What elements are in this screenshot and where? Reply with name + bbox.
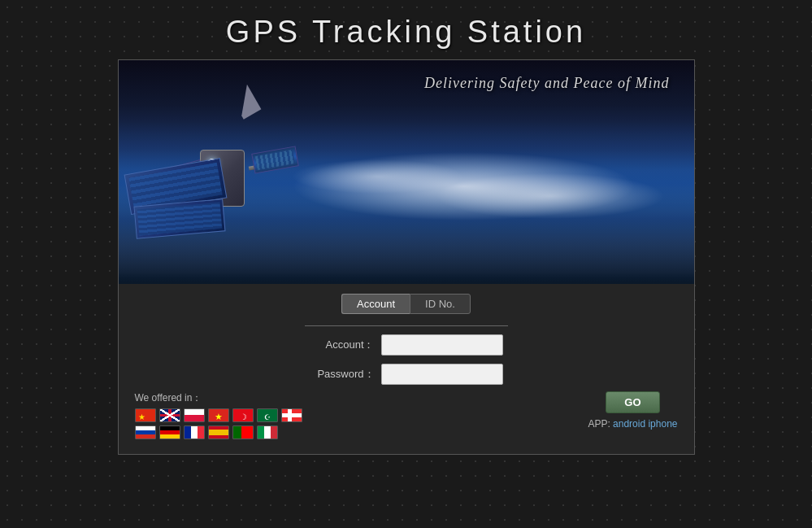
flag-pt[interactable]	[232, 425, 254, 439]
flag-vn[interactable]	[208, 408, 229, 422]
flag-de[interactable]	[159, 425, 180, 439]
account-input[interactable]	[381, 334, 503, 356]
flag-es[interactable]	[208, 425, 229, 439]
hero-section: Delivering Safety and Peace of Mind	[119, 60, 694, 284]
main-panel: Delivering Safety and Peace of Mind Acco…	[118, 59, 695, 455]
flag-ru[interactable]	[135, 425, 156, 439]
page-title: GPS Tracking Station	[226, 15, 586, 50]
tab-account[interactable]: Account	[341, 294, 410, 314]
flag-tr[interactable]	[232, 408, 254, 422]
flag-gb[interactable]	[159, 408, 180, 422]
right-section: GO APP: android iphone	[588, 391, 677, 430]
satellite-lower-panels	[127, 166, 241, 231]
form-area: Account： Password：	[135, 334, 678, 385]
app-prefix: APP:	[588, 418, 610, 430]
divider-line	[305, 325, 508, 326]
flag-it[interactable]	[257, 425, 278, 439]
android-link[interactable]: android	[613, 418, 645, 430]
flag-cn[interactable]	[135, 408, 156, 422]
login-section: Account ID No. Account： Password： We off…	[119, 284, 694, 454]
password-label: Password：	[310, 367, 375, 382]
tab-idno[interactable]: ID No.	[410, 294, 471, 314]
flags-row-1	[135, 408, 322, 439]
iphone-link[interactable]: iphone	[648, 418, 677, 430]
app-links: APP: android iphone	[588, 418, 677, 430]
tab-row: Account ID No.	[135, 294, 678, 314]
bottom-row: We offered in： GO APP: android iphone	[135, 385, 678, 439]
account-label: Account：	[310, 338, 375, 352]
flag-fr[interactable]	[184, 425, 205, 439]
satellite-dish	[211, 85, 261, 129]
password-input[interactable]	[381, 364, 503, 385]
language-section: We offered in：	[135, 391, 322, 439]
satellite-panel-right	[251, 146, 299, 173]
language-label: We offered in：	[135, 391, 322, 405]
flag-pl[interactable]	[184, 408, 205, 422]
password-row: Password：	[310, 364, 503, 385]
flag-sa[interactable]	[257, 408, 278, 422]
flag-no[interactable]	[281, 408, 302, 422]
go-button[interactable]: GO	[606, 391, 659, 413]
hero-tagline: Delivering Safety and Peace of Mind	[424, 75, 669, 92]
account-row: Account：	[310, 334, 503, 356]
